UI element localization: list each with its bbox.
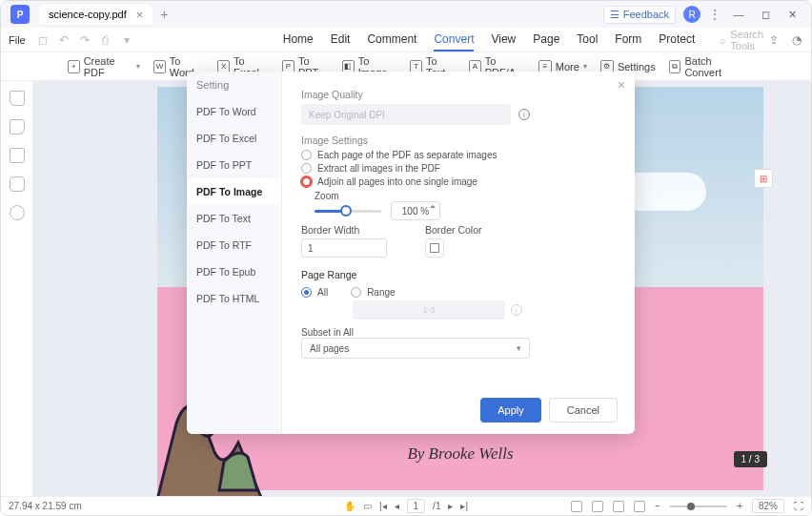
bookmarks-icon[interactable] xyxy=(10,119,25,134)
feedback-icon: ☰ xyxy=(610,9,619,21)
cloud-icon[interactable]: ◔ xyxy=(792,33,805,47)
hand-tool-icon[interactable]: ✋ xyxy=(344,501,355,511)
zoom-slider[interactable] xyxy=(670,506,727,507)
page-range-all[interactable]: All xyxy=(301,287,328,298)
side-pdf-to-image[interactable]: PDF To Image xyxy=(187,178,281,205)
print-icon[interactable]: ⎙ xyxy=(98,32,113,48)
side-pdf-to-word[interactable]: PDF To Word xyxy=(187,98,281,125)
radio-icon xyxy=(351,287,361,298)
batch-convert-button[interactable]: ⧉Batch Convert xyxy=(669,55,744,78)
add-tab-button[interactable]: + xyxy=(160,7,168,22)
close-tab-icon[interactable]: × xyxy=(136,8,144,22)
tab-convert[interactable]: Convert xyxy=(434,29,474,52)
opt-extract-images[interactable]: Extract all images in the PDF xyxy=(301,163,616,174)
minimize-button[interactable]: — xyxy=(729,5,748,24)
page-range-range[interactable]: Range xyxy=(351,287,395,298)
side-pdf-to-rtf[interactable]: PDF To RTF xyxy=(187,232,281,258)
tab-view[interactable]: View xyxy=(491,29,516,52)
image-settings-label: Image Settings xyxy=(301,134,616,146)
dialog-title: Setting xyxy=(187,72,281,98)
feedback-button[interactable]: ☰ Feedback xyxy=(603,6,676,24)
prev-page-icon[interactable]: ◂ xyxy=(395,501,399,511)
slider-thumb[interactable] xyxy=(340,205,352,217)
radio-icon xyxy=(301,163,312,174)
create-pdf-button[interactable]: +Create PDF▾ xyxy=(68,55,140,78)
side-pdf-to-epub[interactable]: PDF To Epub xyxy=(187,258,281,285)
tab-form[interactable]: Form xyxy=(615,29,641,52)
zoom-level[interactable]: 82% xyxy=(752,499,784,513)
status-bar: 27.94 x 21.59 cm ✋ ▭ |◂ ◂ 1 /1 ▸ ▸| − + … xyxy=(1,496,811,515)
thumbnails-icon[interactable] xyxy=(10,91,25,106)
info-icon[interactable]: i xyxy=(518,109,530,120)
attachments-icon[interactable] xyxy=(10,148,25,163)
opt-separate-images[interactable]: Each page of the PDF as separate images xyxy=(301,150,616,160)
close-window-button[interactable]: ✕ xyxy=(782,5,802,24)
apply-button[interactable]: Apply xyxy=(480,398,541,423)
select-tool-icon[interactable]: ▭ xyxy=(363,501,372,511)
dialog-close-icon[interactable]: × xyxy=(618,77,625,93)
page-input[interactable]: 1 xyxy=(407,499,426,513)
dialog-sidebar: Setting PDF To Word PDF To Excel PDF To … xyxy=(187,72,282,434)
side-pdf-to-html[interactable]: PDF To HTML xyxy=(187,285,281,312)
dialog-body: × Image Quality Keep Original DPI i Imag… xyxy=(282,72,635,434)
first-page-icon[interactable]: |◂ xyxy=(379,501,387,511)
border-width-label: Border Width xyxy=(301,224,387,236)
overflow-menu-icon[interactable]: ⋮ xyxy=(708,7,721,22)
image-quality-label: Image Quality xyxy=(301,89,616,100)
comments-icon[interactable] xyxy=(10,205,25,220)
page-number-badge: 1 / 3 xyxy=(734,451,767,467)
save-icon[interactable]: ◻ xyxy=(35,32,51,48)
side-pdf-to-excel[interactable]: PDF To Excel xyxy=(187,125,281,152)
tab-comment[interactable]: Comment xyxy=(367,29,416,52)
maximize-button[interactable]: ◻ xyxy=(756,5,775,24)
radio-icon-highlighted xyxy=(301,176,312,187)
opt-adjoin-pages[interactable]: Adjoin all pages into one single image xyxy=(301,176,616,187)
document-byline: By Brooke Wells xyxy=(157,444,763,464)
file-menu[interactable]: File xyxy=(9,34,26,46)
tab-home[interactable]: Home xyxy=(283,29,314,52)
dpi-select[interactable]: Keep Original DPI xyxy=(301,104,511,125)
user-avatar[interactable]: R xyxy=(683,6,700,23)
single-page-icon[interactable] xyxy=(613,501,624,512)
two-page-icon[interactable] xyxy=(634,501,645,512)
border-color-picker[interactable] xyxy=(425,238,444,258)
tab-page[interactable]: Page xyxy=(533,29,559,52)
fit-width-icon[interactable] xyxy=(571,501,582,512)
layers-icon[interactable] xyxy=(10,176,25,192)
fit-page-icon[interactable] xyxy=(592,501,603,512)
zoom-slider[interactable] xyxy=(315,210,381,213)
zoom-out-icon[interactable]: − xyxy=(655,501,660,511)
qat-dropdown-icon[interactable]: ▾ xyxy=(119,32,134,48)
ribbon-tabs: Home Edit Comment Convert View Page Tool… xyxy=(283,29,696,52)
next-page-icon[interactable]: ▸ xyxy=(448,501,453,511)
quick-access-toolbar: ◻ ↶ ↷ ⎙ ▾ xyxy=(35,32,134,48)
page-range-input[interactable]: 1-3 xyxy=(353,300,505,320)
tab-tool[interactable]: Tool xyxy=(577,29,598,52)
title-bar: P science-copy.pdf × + ☰ Feedback R ⋮ — … xyxy=(1,1,811,28)
floating-tool-icon[interactable]: ⊞ xyxy=(754,169,773,188)
tab-protect[interactable]: Protect xyxy=(659,29,695,52)
page-range-label: Page Range xyxy=(301,269,616,280)
menu-bar: File ◻ ↶ ↷ ⎙ ▾ Home Edit Comment Convert… xyxy=(1,28,811,52)
subset-label: Subset in All xyxy=(301,327,616,338)
search-tools[interactable]: ⌕ Search Tools xyxy=(720,29,763,52)
fullscreen-icon[interactable]: ⛶ xyxy=(794,501,803,511)
border-color-label: Border Color xyxy=(425,224,482,236)
share-icon[interactable]: ⇪ xyxy=(769,33,782,47)
document-tab[interactable]: science-copy.pdf × xyxy=(39,5,152,25)
last-page-icon[interactable]: ▸| xyxy=(460,501,468,511)
undo-icon[interactable]: ↶ xyxy=(56,32,71,48)
subset-select[interactable]: All pages ▾ xyxy=(301,338,530,359)
zoom-label: Zoom xyxy=(315,191,616,201)
side-pdf-to-text[interactable]: PDF To Text xyxy=(187,205,281,232)
tab-edit[interactable]: Edit xyxy=(331,29,351,52)
radio-icon xyxy=(301,287,312,298)
cancel-button[interactable]: Cancel xyxy=(549,398,618,423)
chevron-down-icon: ▾ xyxy=(517,343,521,353)
info-icon[interactable]: i xyxy=(511,304,522,316)
redo-icon[interactable]: ↷ xyxy=(77,32,92,48)
border-width-input[interactable]: 1 xyxy=(301,238,387,258)
zoom-value-input[interactable]: 100 % xyxy=(391,201,440,220)
zoom-in-icon[interactable]: + xyxy=(737,501,742,511)
side-pdf-to-ppt[interactable]: PDF To PPT xyxy=(187,152,281,178)
